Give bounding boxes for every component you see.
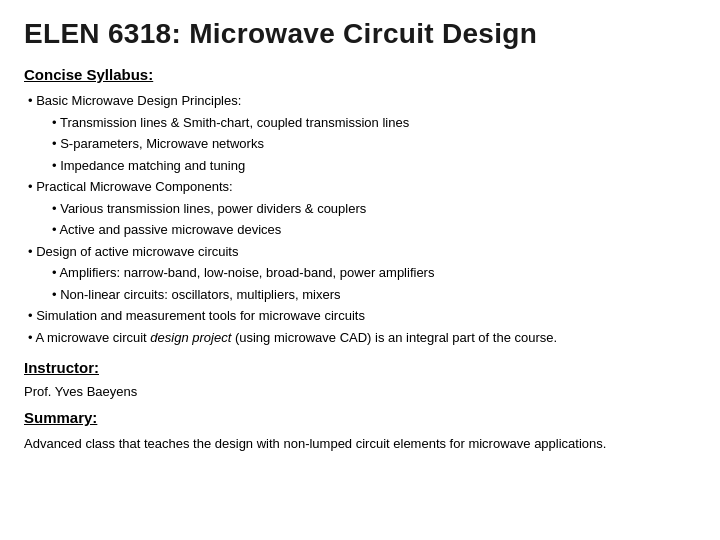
list-item: Amplifiers: narrow-band, low-noise, broa… bbox=[24, 263, 696, 283]
list-item: Non-linear circuits: oscillators, multip… bbox=[24, 285, 696, 305]
list-item: Simulation and measurement tools for mic… bbox=[24, 306, 696, 326]
list-item: Design of active microwave circuits bbox=[24, 242, 696, 262]
summary-heading: Summary: bbox=[24, 409, 696, 426]
page-title: ELEN 6318: Microwave Circuit Design bbox=[24, 18, 696, 50]
instructor-section: Instructor: Prof. Yves Baeyens bbox=[24, 359, 696, 399]
list-item: Transmission lines & Smith-chart, couple… bbox=[24, 113, 696, 133]
instructor-heading: Instructor: bbox=[24, 359, 696, 376]
instructor-name: Prof. Yves Baeyens bbox=[24, 384, 696, 399]
list-item: Various transmission lines, power divide… bbox=[24, 199, 696, 219]
list-item: Impedance matching and tuning bbox=[24, 156, 696, 176]
italic-text: design project bbox=[150, 330, 231, 345]
list-item: Active and passive microwave devices bbox=[24, 220, 696, 240]
summary-text: Advanced class that teaches the design w… bbox=[24, 434, 696, 454]
list-item: A microwave circuit design project (usin… bbox=[24, 328, 696, 348]
list-item: Practical Microwave Components: bbox=[24, 177, 696, 197]
syllabus-heading: Concise Syllabus: bbox=[24, 66, 696, 83]
syllabus-list: Basic Microwave Design Principles: Trans… bbox=[24, 91, 696, 347]
syllabus-section: Concise Syllabus: Basic Microwave Design… bbox=[24, 66, 696, 347]
summary-section: Summary: Advanced class that teaches the… bbox=[24, 409, 696, 454]
list-item: Basic Microwave Design Principles: bbox=[24, 91, 696, 111]
list-item: S-parameters, Microwave networks bbox=[24, 134, 696, 154]
